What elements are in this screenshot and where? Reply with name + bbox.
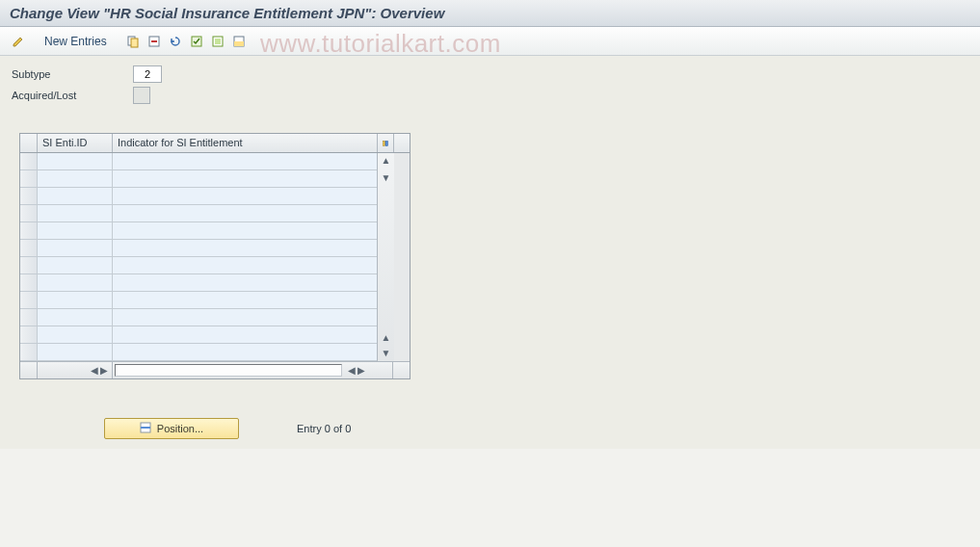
entitlement-table: SI Enti.ID Indicator for SI Entitlement … [19, 133, 411, 379]
title-bar: Change View "HR Social Insurance Entitle… [0, 0, 980, 27]
delete-icon[interactable] [146, 33, 163, 50]
hscroll-track[interactable] [115, 364, 342, 377]
table-row[interactable] [20, 170, 377, 188]
copy-as-icon[interactable] [124, 33, 142, 50]
table-row[interactable] [20, 274, 377, 292]
row-selector[interactable] [20, 153, 38, 170]
subtype-field[interactable] [133, 65, 162, 83]
table-body [20, 153, 377, 361]
scroll-left-icon[interactable]: ▶ [100, 366, 108, 376]
bottom-row: Position... Entry 0 of 0 [104, 418, 968, 439]
scroll-down-icon[interactable]: ▼ [378, 346, 394, 361]
table-cell[interactable] [113, 170, 377, 188]
row-selector[interactable] [20, 188, 38, 205]
table-cell[interactable] [113, 344, 377, 361]
content-area: Subtype Acquired/Lost SI Enti.ID Indicat… [0, 56, 980, 449]
row-selector[interactable] [20, 205, 38, 222]
row-selector[interactable] [20, 326, 38, 344]
row-selector[interactable] [20, 257, 38, 274]
row-selector[interactable] [20, 240, 38, 257]
row-selector[interactable] [20, 222, 38, 240]
horizontal-scrollbar[interactable]: ◀ ▶ ◀ ▶ [20, 361, 410, 378]
table-cell[interactable] [38, 153, 113, 170]
scroll-first-icon[interactable]: ◀ [91, 366, 98, 376]
svg-rect-3 [151, 40, 157, 42]
application-toolbar: New Entries [0, 27, 980, 56]
table-cell[interactable] [113, 205, 377, 222]
position-icon [140, 422, 151, 436]
table-cell[interactable] [38, 292, 113, 309]
table-settings-icon[interactable] [377, 134, 394, 152]
table-row[interactable] [20, 153, 377, 170]
table-cell[interactable] [38, 344, 113, 361]
table-cell[interactable] [113, 257, 377, 274]
vertical-scrollbar[interactable]: ▲ ▼ ▲ ▼ [377, 153, 394, 361]
table-row[interactable] [20, 205, 377, 222]
table-cell[interactable] [38, 274, 113, 292]
table-header-si-enti-id[interactable]: SI Enti.ID [38, 134, 113, 152]
acquired-lost-label: Acquired/Lost [12, 90, 127, 101]
table-cell[interactable] [113, 188, 377, 205]
table-cell[interactable] [113, 222, 377, 240]
table-cell[interactable] [113, 326, 377, 344]
svg-rect-6 [215, 39, 221, 44]
table-header-indicator[interactable]: Indicator for SI Entitlement [113, 134, 377, 152]
row-selector[interactable] [20, 309, 38, 326]
table-cell[interactable] [38, 170, 113, 188]
svg-rect-1 [131, 39, 138, 47]
table-row[interactable] [20, 292, 377, 309]
scroll-up-icon[interactable]: ▲ [378, 153, 394, 169]
table-cell[interactable] [38, 240, 113, 257]
table-cell[interactable] [38, 188, 113, 205]
table-row[interactable] [20, 240, 377, 257]
entry-status-label: Entry 0 of 0 [297, 423, 351, 434]
table-row[interactable] [20, 222, 377, 240]
svg-rect-9 [384, 141, 385, 145]
table-cell[interactable] [113, 240, 377, 257]
svg-rect-8 [234, 41, 244, 46]
new-entries-button[interactable]: New Entries [39, 33, 113, 50]
row-selector[interactable] [20, 344, 38, 361]
undo-change-icon[interactable] [167, 33, 184, 50]
table-row[interactable] [20, 257, 377, 274]
table-cell[interactable] [38, 257, 113, 274]
table-cell[interactable] [38, 309, 113, 326]
table-select-all-header[interactable] [20, 134, 38, 152]
svg-rect-10 [385, 141, 388, 145]
toggle-display-change-icon[interactable] [10, 33, 27, 50]
form-row-subtype: Subtype [12, 65, 968, 83]
svg-rect-12 [141, 427, 150, 429]
acquired-lost-field[interactable] [133, 87, 150, 104]
form-row-acquired-lost: Acquired/Lost [12, 87, 968, 104]
row-selector[interactable] [20, 274, 38, 292]
position-button[interactable]: Position... [104, 418, 239, 439]
table-cell[interactable] [38, 326, 113, 344]
table-row[interactable] [20, 309, 377, 326]
table-row[interactable] [20, 188, 377, 205]
row-selector[interactable] [20, 292, 38, 309]
position-button-label: Position... [157, 423, 203, 434]
table-cell[interactable] [38, 222, 113, 240]
page-title: Change View "HR Social Insurance Entitle… [10, 5, 444, 21]
deselect-all-icon[interactable] [230, 33, 248, 50]
scroll-last-icon[interactable]: ▶ [358, 366, 365, 376]
scroll-down-one-icon[interactable]: ▼ [378, 170, 394, 186]
table-row[interactable] [20, 326, 377, 344]
subtype-label: Subtype [12, 68, 127, 80]
table-cell[interactable] [113, 153, 377, 170]
table-cell[interactable] [113, 274, 377, 292]
table-cell[interactable] [38, 205, 113, 222]
table-header-row: SI Enti.ID Indicator for SI Entitlement [20, 134, 410, 153]
select-all-icon[interactable] [188, 33, 205, 50]
table-cell[interactable] [113, 309, 377, 326]
scroll-up-one-icon[interactable]: ▲ [378, 330, 394, 346]
row-selector[interactable] [20, 170, 38, 188]
table-cell[interactable] [113, 292, 377, 309]
scroll-right-icon[interactable]: ◀ [348, 366, 356, 376]
table-row[interactable] [20, 344, 377, 361]
select-block-icon[interactable] [209, 33, 226, 50]
